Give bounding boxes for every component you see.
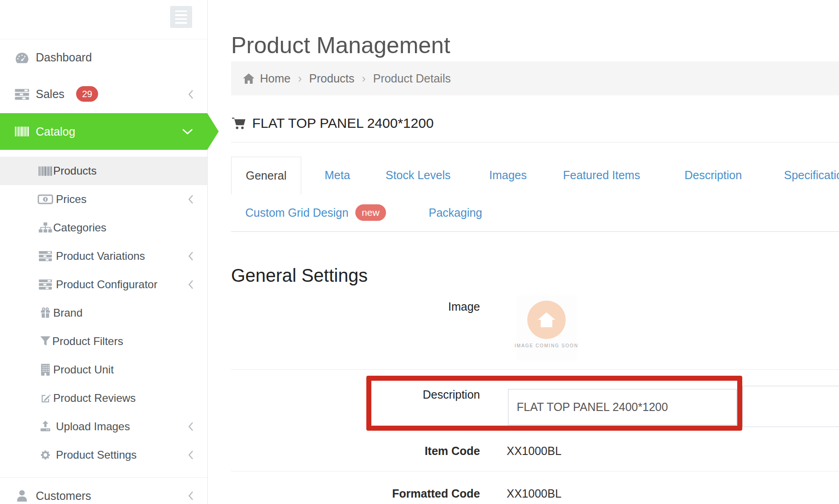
tabs-bottom-border bbox=[231, 231, 839, 232]
sidebar-item-product-settings[interactable]: Product Settings bbox=[0, 441, 207, 469]
sidebar-item-products[interactable]: Products bbox=[0, 157, 207, 185]
sidebar-item-label: Product Settings bbox=[56, 449, 137, 461]
sales-count-badge: 29 bbox=[76, 86, 98, 102]
sidebar-item-sales[interactable]: Sales 29 bbox=[0, 75, 207, 114]
gift-icon bbox=[37, 307, 54, 319]
sidebar-item-product-reviews[interactable]: Product Reviews bbox=[0, 384, 207, 412]
product-management-page: Dashboard Sales 29 Catalog bbox=[0, 0, 839, 504]
sidebar-item-prices[interactable]: Prices bbox=[0, 185, 207, 214]
page-title: Product Management bbox=[231, 32, 450, 59]
tasks-icon bbox=[12, 88, 32, 100]
gear-icon bbox=[37, 449, 54, 461]
home-icon bbox=[243, 73, 255, 84]
image-placeholder: IMAGE COMING SOON bbox=[517, 296, 576, 361]
tab-images[interactable]: Images bbox=[489, 157, 527, 194]
tab-description[interactable]: Description bbox=[684, 157, 742, 194]
chevron-left-icon bbox=[188, 279, 193, 290]
breadcrumb: Home › Products › Product Details bbox=[231, 61, 839, 95]
image-coming-soon-text: IMAGE COMING SOON bbox=[515, 343, 579, 348]
barcode-icon bbox=[12, 126, 32, 137]
sidebar-item-categories[interactable]: Categories bbox=[0, 214, 207, 242]
breadcrumb-home-link[interactable]: Home bbox=[243, 72, 291, 85]
sidebar-item-label: Customers bbox=[36, 489, 91, 503]
barcode-icon bbox=[37, 165, 54, 177]
item-code-value: XX1000BL bbox=[507, 444, 562, 458]
sitemap-icon bbox=[37, 222, 54, 233]
formatted-code-value: XX1000BL bbox=[507, 487, 562, 500]
sidebar-item-label: Catalog bbox=[36, 125, 75, 138]
tab-meta[interactable]: Meta bbox=[325, 157, 350, 194]
tasks-icon bbox=[37, 279, 54, 290]
divider bbox=[231, 369, 839, 370]
sidebar-item-label: Sales bbox=[36, 88, 65, 101]
tab-stock-levels[interactable]: Stock Levels bbox=[386, 157, 451, 194]
chevron-left-icon bbox=[188, 491, 193, 501]
sidebar-item-product-variations[interactable]: Product Variations bbox=[0, 242, 207, 270]
image-label: Image bbox=[231, 300, 480, 313]
cart-icon bbox=[231, 117, 246, 130]
dashboard-gauge-icon bbox=[12, 51, 32, 64]
chevron-left-icon bbox=[188, 422, 193, 432]
sidebar-toggle-button[interactable] bbox=[170, 6, 192, 28]
sidebar-item-label: Product Variations bbox=[56, 250, 145, 263]
product-header: FLAT TOP PANEL 2400*1200 bbox=[231, 115, 434, 131]
breadcrumb-separator: › bbox=[298, 71, 302, 86]
sidebar-item-label: Upload Images bbox=[56, 420, 130, 433]
sidebar-item-product-unit[interactable]: Product Unit bbox=[0, 356, 207, 384]
chevron-left-icon bbox=[188, 89, 193, 99]
sidebar-item-label: Product Configurator bbox=[56, 278, 157, 291]
tasks-icon bbox=[37, 251, 54, 262]
tab-featured-items[interactable]: Featured Items bbox=[563, 157, 640, 194]
sidebar-item-label: Product Reviews bbox=[53, 392, 136, 405]
sidebar-item-label: Brand bbox=[53, 307, 83, 319]
divider bbox=[231, 142, 839, 142]
sidebar-item-label: Product Filters bbox=[52, 335, 123, 348]
pencil-square-icon bbox=[37, 392, 54, 404]
product-title: FLAT TOP PANEL 2400*1200 bbox=[252, 115, 434, 131]
breadcrumb-current: Product Details bbox=[373, 72, 451, 85]
breadcrumb-separator: › bbox=[362, 71, 366, 86]
sidebar-item-customers[interactable]: Customers bbox=[0, 477, 207, 504]
sidebar-item-dashboard[interactable]: Dashboard bbox=[0, 39, 207, 76]
chevron-left-icon bbox=[188, 251, 193, 261]
secondary-input-partial[interactable] bbox=[742, 386, 839, 427]
image-placeholder-circle bbox=[527, 301, 566, 339]
tab-packaging[interactable]: Packaging bbox=[429, 194, 482, 231]
catalog-active-pointer bbox=[207, 113, 219, 150]
money-icon bbox=[37, 194, 54, 205]
sidebar-item-label: Products bbox=[53, 164, 97, 177]
description-input[interactable] bbox=[508, 389, 737, 425]
chevron-down-icon bbox=[182, 128, 193, 135]
description-label: Description bbox=[231, 388, 480, 401]
sidebar: Dashboard Sales 29 Catalog bbox=[0, 0, 208, 504]
upload-icon bbox=[37, 421, 54, 433]
item-code-label: Item Code bbox=[231, 444, 480, 458]
breadcrumb-products-link[interactable]: Products bbox=[309, 72, 354, 85]
building-icon bbox=[37, 363, 54, 376]
sidebar-item-brand[interactable]: Brand bbox=[0, 299, 207, 327]
sidebar-item-catalog[interactable]: Catalog bbox=[0, 113, 207, 150]
tab-custom-grid-design[interactable]: Custom Grid Design new bbox=[245, 194, 386, 231]
filter-icon bbox=[37, 336, 54, 347]
new-badge: new bbox=[355, 204, 386, 221]
chevron-left-icon bbox=[188, 450, 193, 460]
chevron-left-icon bbox=[188, 194, 193, 204]
sidebar-item-upload-images[interactable]: Upload Images bbox=[0, 412, 207, 441]
sidebar-item-label: Prices bbox=[56, 193, 87, 206]
divider bbox=[231, 471, 839, 471]
sidebar-item-product-filters[interactable]: Product Filters bbox=[0, 327, 207, 356]
formatted-code-label: Formatted Code bbox=[231, 487, 480, 500]
sidebar-item-label: Dashboard bbox=[36, 51, 92, 64]
section-heading: General Settings bbox=[231, 265, 368, 286]
home-shape-icon bbox=[536, 310, 557, 329]
sidebar-item-product-configurator[interactable]: Product Configurator bbox=[0, 270, 207, 299]
tab-specifications[interactable]: Specifications bbox=[784, 157, 839, 194]
tab-general[interactable]: General bbox=[231, 157, 301, 194]
user-icon bbox=[12, 489, 32, 502]
sidebar-item-label: Product Unit bbox=[53, 363, 114, 376]
sidebar-item-label: Categories bbox=[53, 221, 106, 234]
